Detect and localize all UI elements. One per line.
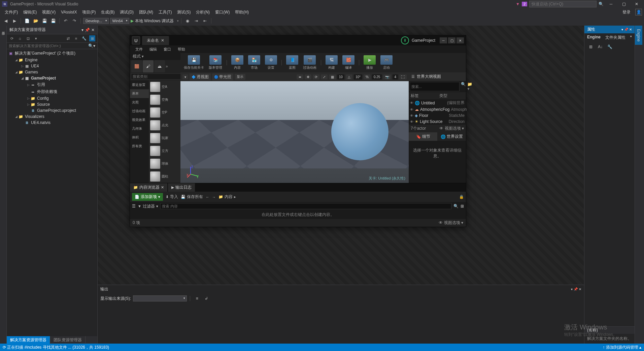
step2-icon[interactable]: ⇤ (201, 17, 209, 25)
nav-back-icon[interactable]: ← (206, 195, 209, 199)
menu-window[interactable]: 窗口(W) (212, 8, 232, 17)
vp-maximize-icon[interactable]: ⛶ (399, 74, 407, 79)
server-explorer-tab[interactable]: 服务器 (0, 27, 6, 31)
properties-icon[interactable]: 🔧 (81, 35, 87, 41)
out-clear-icon[interactable]: ≡ (193, 295, 201, 302)
open-icon[interactable]: 📂 (32, 17, 39, 25)
ue-tb-build[interactable]: 🏗构建 (324, 55, 339, 71)
menu-tools[interactable]: 工具(T) (156, 8, 174, 17)
cat-all[interactable]: 所有类 (130, 142, 149, 151)
status-source-control[interactable]: ↑ 添加到源代码管理 ▴ (603, 345, 641, 350)
main-menu[interactable]: 文件(F) 编辑(E) 视图(V) VAssistX 项目(P) 生成(B) 调… (0, 8, 644, 16)
ue-tb-market[interactable]: 🏪市场 (247, 55, 262, 71)
cat-lights[interactable]: 光照 (130, 98, 149, 107)
collapse-icon[interactable]: ⊡ (25, 35, 31, 41)
camera-speed-icon[interactable]: 📷 (383, 74, 391, 79)
new-icon[interactable]: 📄 (23, 17, 31, 25)
user-avatar-icon[interactable]: 👤 (635, 9, 642, 15)
outliner-tree[interactable]: 👁🌐Untitled(编辑世界 👁☁AtmosphericFogAtmosph … (409, 99, 466, 125)
add-folder-icon[interactable]: 📁+ (467, 82, 472, 91)
solution-tree[interactable]: ▣解决方案'GameProject' (2 个项目) ◢📁Engine ▷▦UE… (7, 49, 97, 336)
ue-tb-srcctl[interactable]: 📚版本管理 (207, 55, 224, 71)
ue-tb-save[interactable]: 💾保存当前关卡 (182, 55, 205, 71)
col-label[interactable]: 标签 (409, 92, 437, 99)
minimize-button[interactable]: ─ (606, 1, 616, 7)
start-debug-icon[interactable]: ▶ (131, 19, 134, 23)
snap-translate[interactable]: 10 (337, 74, 344, 79)
scope-icon[interactable]: ▾ (33, 35, 39, 41)
out-wrap-icon[interactable]: ↲ (203, 295, 210, 302)
nav-fwd-icon[interactable]: ▶ (11, 17, 18, 25)
snap-scale-icon[interactable]: % (364, 74, 371, 79)
menu-build[interactable]: 生成(B) (98, 8, 117, 17)
notification-flag[interactable]: 2 (522, 2, 527, 6)
close-button[interactable]: ✕ (631, 1, 642, 7)
mode-paint-icon[interactable]: 🖌 (143, 60, 154, 72)
other2-icon[interactable]: ≡ (73, 35, 79, 41)
camera-speed[interactable]: 4 (393, 74, 398, 79)
menu-debug[interactable]: 调试(D) (117, 8, 136, 17)
import-button[interactable]: ⬇ 导入 (166, 194, 178, 200)
debugger-label[interactable]: 本地 Windows 调试器 (135, 18, 176, 24)
vp-lit-button[interactable]: 🔵 带光照 (212, 73, 233, 81)
save-icon[interactable]: 💾 (41, 17, 48, 25)
path-folder-icon[interactable]: 📁 内容 ▸ (218, 194, 236, 200)
menu-view[interactable]: 视图(V) (39, 8, 58, 17)
ue-close-button[interactable]: ✕ (456, 37, 464, 43)
breakpoint-icon[interactable]: ◉ (184, 17, 191, 25)
tab-details[interactable]: 🔖细节 (409, 132, 437, 141)
ue-tb-play[interactable]: ▶播放 (362, 55, 377, 71)
tab-output-log[interactable]: ▶ 输出日志 (168, 183, 195, 192)
cb-search[interactable] (160, 203, 451, 209)
panel-close-icon[interactable]: ✕ (91, 28, 95, 32)
saveall-icon[interactable]: 💾 (49, 17, 57, 25)
tab-team-explorer[interactable]: 团队资源管理器 (50, 336, 86, 344)
sphere-actor[interactable] (331, 103, 388, 160)
nav-fwd-icon[interactable]: → (212, 195, 216, 199)
quick-launch-input[interactable] (529, 1, 597, 7)
snap-scale[interactable]: 0.25 (372, 74, 382, 79)
panel-dropdown-icon[interactable]: ▾ (81, 28, 83, 32)
showall-icon[interactable]: ⊞ (89, 35, 95, 41)
nav-back-icon[interactable]: ◀ (2, 17, 9, 25)
menu-test[interactable]: 测试(S) (174, 8, 193, 17)
ue-menu-file[interactable]: 文件 (133, 46, 145, 53)
snap-rotate[interactable]: 10° (354, 74, 362, 79)
ue-max-button[interactable]: ▢ (448, 37, 455, 43)
solution-search-input[interactable] (9, 44, 88, 48)
wrench-icon[interactable]: 🔧 (606, 43, 613, 51)
menu-file[interactable]: 文件(F) (2, 8, 21, 17)
ue-level-tab[interactable]: 未命名✕ (142, 36, 169, 45)
close-icon[interactable]: ✕ (161, 38, 164, 43)
other1-icon[interactable]: ⇄ (65, 35, 71, 41)
redo-icon[interactable]: ↷ (71, 17, 78, 25)
eye-icon[interactable]: 👁 (410, 101, 413, 105)
vp-menu-icon[interactable]: ▾ (182, 74, 188, 79)
ue-min-button[interactable]: ─ (440, 37, 447, 43)
ue-tb-cinematics[interactable]: 🎬过场动画 (302, 55, 318, 71)
cat-cine[interactable]: 过场动画 (130, 107, 149, 116)
outliner-search[interactable] (410, 82, 460, 91)
cb-view-options[interactable]: 👁 视图选项 ▾ (439, 220, 463, 226)
search-icon[interactable]: 🔍 (599, 2, 604, 6)
config-combo[interactable]: Develop... (83, 18, 109, 24)
mode-landscape-icon[interactable]: ⛰ (154, 60, 165, 72)
xform-scale-icon[interactable]: ⤢ (321, 74, 328, 79)
menu-edit[interactable]: 编辑(E) (21, 8, 39, 17)
alpha-icon[interactable]: A↓ (597, 43, 604, 51)
xform-move-icon[interactable]: ✥ (305, 74, 311, 79)
side-tab-engine[interactable]: Engine (635, 26, 642, 45)
unreal-editor-window[interactable]: U 未命名✕ ⬇ GameProject ─ ▢ ✕ 文件 编辑 窗口 帮助 模… (130, 35, 466, 227)
mode-place-icon[interactable]: 🟫 (131, 60, 142, 72)
tab-solution-explorer[interactable]: 解决方案资源管理器 (7, 336, 50, 344)
ue-tb-blueprints[interactable]: 📘蓝图 (285, 55, 300, 71)
cat-basic[interactable]: 基本 (130, 89, 149, 98)
platform-combo[interactable]: Win64 (110, 18, 129, 24)
output-pin-icon[interactable]: ▾ 📌 ✕ (571, 287, 581, 291)
cat-vol[interactable]: 体积 (130, 133, 149, 142)
vp-show-button[interactable]: 显示 (235, 74, 245, 80)
world-outliner-tab[interactable]: ☰ 世界大纲视图 (409, 72, 466, 81)
col-type[interactable]: 类型 (437, 92, 466, 99)
search-icon[interactable]: 🔍 (453, 204, 459, 209)
step-icon[interactable]: ⇥ (193, 17, 200, 25)
